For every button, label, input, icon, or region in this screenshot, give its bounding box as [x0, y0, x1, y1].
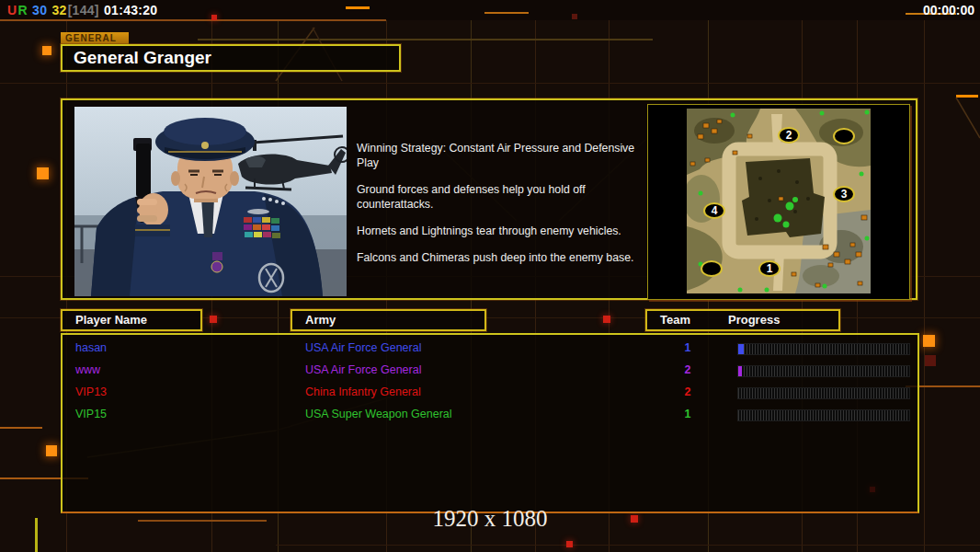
glow-square	[46, 445, 57, 456]
header-player-name-label: Player Name	[75, 311, 147, 329]
stat-bracket: [144]	[68, 3, 99, 17]
player-team: 1	[671, 341, 704, 354]
player-name: hasan	[75, 341, 107, 354]
match-timer: 00:00:00	[923, 3, 974, 17]
progress-bar	[737, 387, 910, 399]
header-player-name: Player Name	[61, 309, 202, 331]
player-name: www	[75, 363, 100, 376]
glow-square	[566, 541, 573, 547]
player-name: VIP15	[75, 408, 107, 420]
glow-square	[210, 316, 217, 323]
progress-bar	[737, 343, 910, 355]
header-team-label: Team	[660, 311, 690, 329]
player-row: hasan USA Air Force General 1	[63, 338, 917, 360]
glow-square	[603, 316, 610, 323]
player-row: VIP15 USA Super Weapon General 1	[63, 404, 917, 426]
header-army: Army	[291, 309, 486, 331]
progress-bar-fill	[738, 366, 742, 376]
strategy-line: Falcons and Chimeras push deep into the …	[357, 250, 649, 265]
stat-time: 01:43:20	[104, 3, 157, 17]
general-tab: GENERAL	[61, 32, 129, 44]
glow-square	[211, 15, 217, 20]
general-portrait-image	[74, 107, 347, 296]
loading-screen: UR 30 32[144] 01:43:20 00:00:00 GENERAL …	[0, 0, 980, 552]
player-army: USA Air Force General	[305, 341, 421, 354]
stat-a: 30	[32, 3, 47, 17]
map-start-marker: 1	[758, 260, 781, 277]
progress-bar-fill	[738, 344, 744, 354]
strategy-line: Hornets and Lightnings tear through enem…	[357, 224, 649, 238]
player-team: 2	[671, 385, 704, 398]
stat-u: U	[7, 3, 17, 17]
map-start-marker	[833, 128, 855, 144]
map-preview: 2 3 4 1	[647, 104, 910, 300]
strategy-text: Winning Strategy: Constant Air Pressure …	[357, 141, 649, 277]
map-start-marker: 4	[703, 202, 725, 219]
player-row: www USA Air Force General 2	[63, 360, 917, 382]
header-army-label: Army	[305, 311, 336, 329]
player-team: 2	[671, 363, 704, 376]
progress-bar	[737, 409, 910, 421]
glow-square	[572, 14, 577, 19]
header-team-progress: Team Progress	[645, 309, 840, 331]
progress-bar	[737, 365, 910, 377]
general-portrait	[74, 107, 347, 296]
hud-stats: UR 30 32[144] 01:43:20	[7, 3, 158, 17]
player-army: China Infantry General	[305, 385, 421, 398]
glow-square	[37, 167, 49, 179]
map-start-marker: 2	[778, 127, 800, 144]
resolution-label: 1920 x 1080	[0, 506, 980, 532]
player-army: USA Air Force General	[305, 363, 421, 376]
map-start-marker: 3	[833, 186, 855, 202]
general-title: General Granger	[63, 46, 399, 70]
glow-square	[925, 355, 936, 366]
general-title-box: General Granger	[61, 44, 401, 72]
glow-square	[42, 46, 51, 55]
map-start-marker	[701, 260, 723, 277]
stat-r: R	[17, 3, 27, 17]
player-row: VIP13 China Infantry General 2	[63, 382, 917, 404]
stat-b: 32	[51, 3, 66, 17]
strategy-line: Winning Strategy: Constant Air Pressure …	[357, 141, 649, 170]
general-info-panel: Winning Strategy: Constant Air Pressure …	[61, 98, 917, 300]
player-army: USA Super Weapon General	[305, 408, 452, 420]
glow-square	[923, 335, 935, 347]
player-table: hasan USA Air Force General 1 www USA Ai…	[61, 333, 919, 513]
header-progress-label: Progress	[728, 311, 780, 329]
player-name: VIP13	[75, 385, 107, 398]
player-team: 1	[671, 408, 704, 420]
strategy-line: Ground forces and defenses help you hold…	[357, 182, 649, 212]
